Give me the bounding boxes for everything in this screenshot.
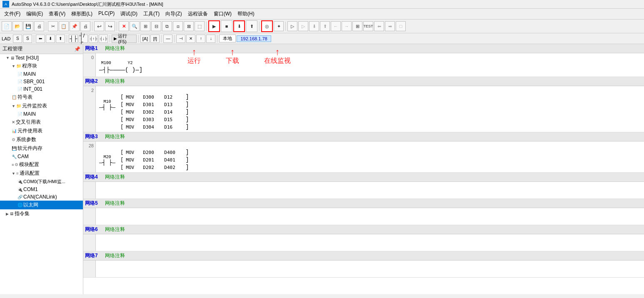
tree-soft-mem[interactable]: 💾 软元件内存 <box>0 144 83 153</box>
download-button[interactable]: ⬇ <box>233 20 245 32</box>
tb-extra1[interactable]: ✦ <box>274 21 284 31</box>
menu-tools[interactable]: 工具(T) <box>141 10 162 18</box>
tree-instr-set[interactable]: ▶ 🖥 指令集 <box>0 209 83 218</box>
tb2-s2[interactable]: S <box>23 35 32 43</box>
upload-button[interactable]: ⬆ <box>246 20 257 32</box>
tb7[interactable]: ⧉ <box>162 21 172 31</box>
tb2-x2[interactable]: ✕ <box>186 35 195 43</box>
tb-test[interactable]: TEST <box>363 21 373 31</box>
tree-label: COM0(下载/HMI监... <box>23 179 65 185</box>
menu-plc[interactable]: PLC(P) <box>96 10 117 18</box>
stop-button[interactable]: ■ <box>221 20 232 32</box>
tb9[interactable]: ⊠ <box>184 21 194 31</box>
tree-cross-ref[interactable]: ✕ 交叉引用表 <box>0 118 83 127</box>
tb2-arr-up[interactable]: ⬆ <box>56 35 65 43</box>
tb-extra5[interactable]: ← <box>331 21 341 31</box>
tb2-contact4[interactable]: ┤↓├ <box>99 35 108 43</box>
print-button[interactable]: 🖨 <box>34 21 44 31</box>
menu-view[interactable]: 查看(V) <box>46 10 68 18</box>
menu-edit[interactable]: 编辑(E) <box>24 10 45 18</box>
net4-label: 网络4 <box>85 174 102 181</box>
tree-monitor-main[interactable]: 📄 MAIN <box>0 110 83 118</box>
line-num-7 <box>83 261 96 277</box>
tb-extra6[interactable]: → <box>342 21 352 31</box>
tree-sys-param[interactable]: ⚙ 系统参数 <box>0 135 83 144</box>
tb2-arr2[interactable]: ↓ <box>206 35 215 43</box>
menu-wizard[interactable]: 向导(Z) <box>163 10 184 18</box>
menu-debug[interactable]: 调试(D) <box>118 10 140 18</box>
menu-ladder[interactable]: 梯形图(L) <box>69 10 95 18</box>
menu-help[interactable]: 帮助(H) <box>235 10 257 18</box>
editor-area[interactable]: 网络1 网络注释 0 M100 —┤├— <box>83 44 644 294</box>
paste-button[interactable]: 📌 <box>70 21 80 31</box>
tree-can[interactable]: 🔗 CAN(CANLink) <box>0 193 83 201</box>
run-button[interactable]: ▶ <box>208 20 220 32</box>
run-f5-button[interactable]: ▶ 运行(F5) <box>112 35 137 43</box>
tree-comm-config[interactable]: ▼ ≡ 通讯配置 <box>0 169 83 178</box>
open-button[interactable]: 📂 <box>12 21 22 31</box>
tb2-arr-left[interactable]: ⬅ <box>36 35 45 43</box>
main-area: 工程管理 📌 ▼ 🖥 Test [H3U] ▼ 📁 程序块 📄 MAIN 📄 S… <box>0 44 644 294</box>
sidebar-pin[interactable]: 📌 <box>74 46 80 52</box>
tree-main[interactable]: 📄 MAIN <box>0 70 83 78</box>
tree-test-h3u[interactable]: ▼ 🖥 Test [H3U] <box>0 54 83 62</box>
tb2-f[interactable]: [f] <box>150 35 160 43</box>
tb2-x1[interactable]: ⊣ <box>176 35 185 43</box>
tb-extra9[interactable]: ➡ <box>385 21 395 31</box>
undo-button[interactable]: ↩ <box>94 21 104 31</box>
print2-button[interactable]: 🖨 <box>80 21 90 31</box>
menu-remote[interactable]: 远程设备 <box>185 10 210 18</box>
tb-extra10[interactable]: □ <box>396 21 406 31</box>
find-button[interactable]: 🔍 <box>130 21 140 31</box>
tree-ethernet[interactable]: 🌐 以太网 <box>0 201 83 209</box>
tb5[interactable]: ⊞ <box>140 21 150 31</box>
tree-module-config[interactable]: ≡ ⚙ 模块配置 <box>0 160 83 169</box>
tb-extra2[interactable]: ▷ <box>298 21 308 31</box>
tree-com1[interactable]: 🔌 COM1 <box>0 186 83 193</box>
bracket-l3: [ <box>120 109 123 115</box>
tree-cam[interactable]: 🔧 CAM <box>0 153 83 160</box>
tb2-arr1[interactable]: ↑ <box>196 35 205 43</box>
tb-extra7[interactable]: ⊞ <box>352 21 362 31</box>
tb2-contact3[interactable]: ┤↑├ <box>89 35 98 43</box>
net5-label: 网络5 <box>85 200 102 207</box>
network-6: 网络6 网络注释 <box>83 225 644 251</box>
redo-button[interactable]: ↪ <box>105 21 115 31</box>
tb2-s1[interactable]: S <box>13 35 22 43</box>
tb2-contact2[interactable]: ┤/├ <box>79 35 88 43</box>
tb6[interactable]: ⊟ <box>151 21 161 31</box>
tb2-arr-down[interactable]: ⬇ <box>46 35 55 43</box>
cut-button[interactable]: ✂ <box>48 21 58 31</box>
tb-extra3[interactable]: ⬇ <box>309 21 319 31</box>
tb-extra4[interactable]: ⬆ <box>320 21 330 31</box>
delete-button[interactable]: ✕ <box>119 21 129 31</box>
tree-symbol-table[interactable]: 📋 符号表 <box>0 93 83 102</box>
monitor-button[interactable]: ◎ <box>261 20 273 32</box>
network-1-header: 网络1 网络注释 <box>83 44 644 53</box>
tb2-A[interactable]: [A] <box>140 35 150 43</box>
tb-play2[interactable]: ▷ <box>287 21 297 31</box>
save-button[interactable]: 💾 <box>23 21 33 31</box>
tb2-dash[interactable]: — <box>163 35 172 43</box>
bracket-r5: ] <box>185 124 189 130</box>
sep2 <box>92 22 92 31</box>
tree-monitor-table[interactable]: ▼ 📁 元件监控表 <box>0 102 83 110</box>
gear-icon: ⚙ <box>12 137 15 142</box>
tb2-contact1[interactable]: ┤├ <box>69 35 78 43</box>
tree-com0[interactable]: 🔌 COM0(下载/HMI监... <box>0 178 83 186</box>
tree-int001[interactable]: 📄 INT_001 <box>0 85 83 93</box>
sep-t2-1 <box>34 35 34 42</box>
tree-program-block[interactable]: ▼ 📁 程序块 <box>0 62 83 70</box>
new-button[interactable]: 📄 <box>2 21 12 31</box>
ip-label: 192.168.1.78 <box>237 35 271 42</box>
menu-file[interactable]: 文件(F) <box>2 10 23 18</box>
tb-extra8[interactable]: ⬅ <box>374 21 384 31</box>
tree-elem-usage[interactable]: 📊 元件使用表 <box>0 127 83 135</box>
copy-button[interactable]: 📋 <box>59 21 69 31</box>
tb10[interactable]: ⬚ <box>195 21 205 31</box>
tree-sbr001[interactable]: 📄 SBR_001 <box>0 78 83 85</box>
tree-label: 元件监控表 <box>22 102 47 109</box>
menu-window[interactable]: 窗口(W) <box>211 10 234 18</box>
inst-row-1: [ MOV D300 D12 ] <box>120 94 189 100</box>
tb8[interactable]: ⧈ <box>173 21 183 31</box>
